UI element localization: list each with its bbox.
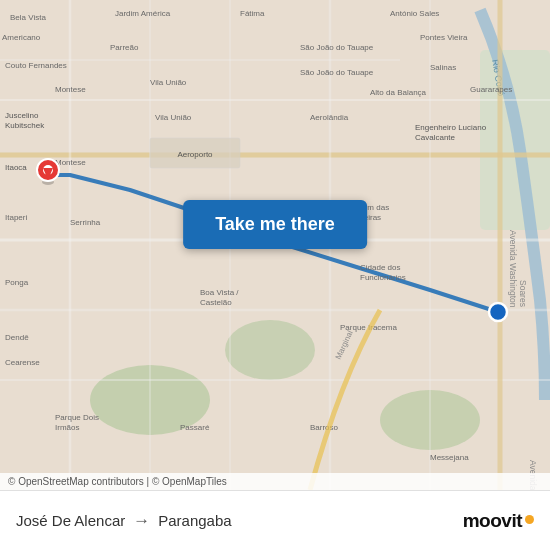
svg-text:São João do Tauape: São João do Tauape [300, 43, 374, 52]
svg-text:Kubitschek: Kubitschek [5, 121, 45, 130]
svg-text:Ponga: Ponga [5, 278, 29, 287]
svg-text:Irmãos: Irmãos [55, 423, 79, 432]
bottom-bar: José De Alencar → Parangaba moovit [0, 490, 550, 550]
svg-point-2 [225, 320, 315, 380]
svg-text:Parque Dois: Parque Dois [55, 413, 99, 422]
svg-text:Passaré: Passaré [180, 423, 210, 432]
route-arrow-icon: → [133, 511, 150, 531]
svg-text:Messejana: Messejana [430, 453, 469, 462]
svg-text:Dendê: Dendê [5, 333, 29, 342]
svg-text:Guararapes: Guararapes [470, 85, 512, 94]
moovit-logo: moovit [463, 510, 534, 532]
svg-text:Aeroporto: Aeroporto [177, 150, 213, 159]
svg-text:Itaperi: Itaperi [5, 213, 27, 222]
svg-text:Couto Fernandes: Couto Fernandes [5, 61, 67, 70]
route-info: José De Alencar → Parangaba [16, 511, 232, 531]
moovit-logo-dot [525, 515, 534, 524]
svg-text:Itaoca: Itaoca [5, 163, 27, 172]
svg-text:Barroso: Barroso [310, 423, 339, 432]
svg-text:Americano: Americano [2, 33, 41, 42]
map-container: Rio Cocó Avenida Washington Soares Aerop… [0, 0, 550, 490]
svg-text:Funcionários: Funcionários [360, 273, 406, 282]
svg-text:Vila União: Vila União [150, 78, 187, 87]
route-to: Parangaba [158, 512, 231, 529]
svg-text:São João do Tauape: São João do Tauape [300, 68, 374, 77]
svg-text:Jardim América: Jardim América [115, 9, 171, 18]
svg-text:Bela Vista: Bela Vista [10, 13, 46, 22]
moovit-logo-text: moovit [463, 510, 522, 532]
svg-text:Alto da Balança: Alto da Balança [370, 88, 427, 97]
svg-text:Juscelino: Juscelino [5, 111, 39, 120]
svg-text:Aerolândia: Aerolândia [310, 113, 349, 122]
take-me-there-button[interactable]: Take me there [183, 200, 367, 249]
svg-text:Soares: Soares [518, 280, 528, 307]
attribution-bar: © OpenStreetMap contributors | © OpenMap… [0, 473, 550, 490]
svg-text:António Sales: António Sales [390, 9, 439, 18]
svg-point-64 [489, 303, 507, 321]
svg-text:Cidade dos: Cidade dos [360, 263, 400, 272]
svg-text:Cavalcante: Cavalcante [415, 133, 456, 142]
svg-text:Montese: Montese [55, 158, 86, 167]
route-from: José De Alencar [16, 512, 125, 529]
svg-text:Avenida Washington: Avenida Washington [508, 230, 518, 308]
svg-text:Salinas: Salinas [430, 63, 456, 72]
svg-text:Fátima: Fátima [240, 9, 265, 18]
svg-text:Boa Vista /: Boa Vista / [200, 288, 239, 297]
svg-text:Serrinha: Serrinha [70, 218, 101, 227]
svg-text:Cearense: Cearense [5, 358, 40, 367]
svg-text:Montese: Montese [55, 85, 86, 94]
attribution-text: © OpenStreetMap contributors | © OpenMap… [8, 476, 227, 487]
svg-text:Vila União: Vila União [155, 113, 192, 122]
svg-text:Parreão: Parreão [110, 43, 139, 52]
svg-text:Castelão: Castelão [200, 298, 232, 307]
svg-text:Pontes Vieira: Pontes Vieira [420, 33, 468, 42]
svg-text:Engenheiro Luciano: Engenheiro Luciano [415, 123, 487, 132]
